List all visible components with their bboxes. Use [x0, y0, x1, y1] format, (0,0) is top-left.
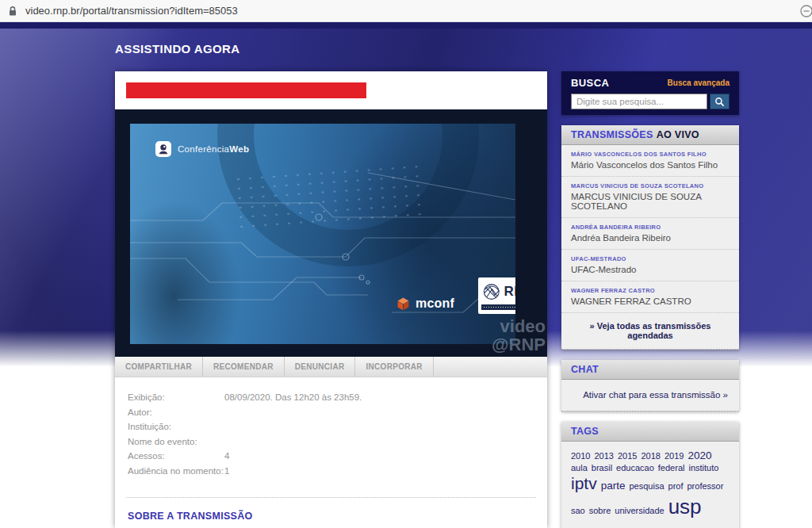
- live-transmission-item[interactable]: UFAC-MESTRADO UFAC-Mestrado: [561, 250, 739, 281]
- tag-link[interactable]: sao: [571, 506, 585, 515]
- search-title: BUSCA: [571, 77, 609, 89]
- tag-link[interactable]: pesquisa: [629, 481, 664, 491]
- action-button[interactable]: DENUNCIAR: [285, 357, 356, 377]
- tag-link[interactable]: 2010: [571, 451, 590, 461]
- live-transmissions-list: MÁRIO VASCONCELOS DOS SANTOS FILHO Mário…: [561, 145, 739, 313]
- search-input[interactable]: [571, 94, 707, 109]
- metadata-label: Instituição:: [128, 419, 224, 434]
- tag-link[interactable]: 2015: [618, 451, 637, 461]
- metadata-label: Audiência no momento:: [128, 464, 224, 479]
- chat-header: CHAT: [561, 360, 739, 380]
- main-content-panel: ConferênciaWeb mconf: [115, 71, 547, 528]
- conferenciaweb-logo: ConferênciaWeb: [155, 141, 249, 157]
- lock-icon: [7, 5, 18, 17]
- live-item-name: WAGNER FERRAZ CASTRO: [571, 297, 730, 306]
- chat-panel: CHAT Ativar chat para essa transmissão »: [561, 360, 739, 411]
- mconf-cube-icon: [396, 297, 410, 311]
- rnp-globe-icon: [481, 280, 502, 304]
- tag-link[interactable]: 2019: [665, 451, 684, 461]
- action-button[interactable]: COMPARTILHAR: [115, 357, 203, 377]
- metadata-value: 08/09/2020. Das 12h20 às 23h59.: [224, 390, 362, 405]
- live-item-name: MARCUS VINICIUS DE SOUZA SCOTELANO: [571, 192, 730, 211]
- metadata-value: 4: [224, 449, 229, 464]
- conferenciaweb-icon: [155, 141, 171, 157]
- page: ASSISTINDO AGORA: [0, 29, 812, 528]
- mconf-label: mconf: [416, 297, 454, 311]
- live-item-caps: MÁRIO VASCONCELOS DOS SANTOS FILHO: [571, 151, 730, 158]
- metadata-row: Nome do evento:: [128, 434, 547, 450]
- tag-link[interactable]: parte: [601, 480, 626, 492]
- tag-link[interactable]: aula: [571, 463, 588, 473]
- rnp-tagline-strip: [481, 304, 515, 310]
- tag-cloud: 2010 2013 2015 2018 2019 2020 aula brasi…: [561, 442, 739, 528]
- activate-chat-link[interactable]: Ativar chat para essa transmissão »: [561, 380, 739, 411]
- mconf-logo: mconf: [396, 297, 454, 311]
- metadata-label: Exibição:: [128, 390, 224, 405]
- tag-link[interactable]: instituto: [688, 463, 718, 473]
- live-item-caps: WAGNER FERRAZ CASTRO: [571, 287, 730, 294]
- tag-link[interactable]: professor: [687, 481, 723, 491]
- search-box: BUSCA Busca avançada: [561, 71, 739, 115]
- tag-link[interactable]: 2018: [641, 451, 660, 461]
- zoom-out-icon[interactable]: [796, 4, 812, 18]
- search-icon: [714, 97, 725, 107]
- metadata-label: Autor:: [128, 405, 224, 420]
- site-top-strip: [0, 22, 812, 29]
- browser-address-bar: video.rnp.br/portal/transmission?idItem=…: [0, 0, 812, 22]
- live-item-name: UFAC-Mestrado: [571, 265, 730, 274]
- tag-link[interactable]: 2013: [594, 451, 613, 461]
- live-transmissions-panel: TRANSMISSÕESAO VIVO MÁRIO VASCONCELOS DO…: [561, 125, 739, 350]
- metadata-row: Autor:: [128, 405, 547, 420]
- about-section-title: SOBRE A TRANSMISSÃO: [128, 511, 547, 522]
- live-item-name: Mário Vasconcelos dos Santos Filho: [571, 160, 730, 170]
- metadata-label: Nome do evento:: [128, 434, 224, 450]
- live-transmission-item[interactable]: MÁRIO VASCONCELOS DOS SANTOS FILHO Mário…: [561, 145, 739, 177]
- live-item-caps: ANDRÉA BANDEIRA RIBEIRO: [571, 224, 730, 231]
- url-text[interactable]: video.rnp.br/portal/transmission?idItem=…: [25, 5, 238, 17]
- action-button[interactable]: INCORPORAR: [355, 357, 433, 377]
- live-transmissions-header: TRANSMISSÕESAO VIVO: [561, 125, 739, 145]
- tag-link[interactable]: 2020: [688, 450, 711, 461]
- rnp-logo: RNP: [478, 277, 515, 314]
- tag-link[interactable]: educacao: [616, 463, 654, 473]
- live-item-caps: UFAC-MESTRADO: [571, 255, 730, 262]
- section-divider: [126, 497, 536, 498]
- live-transmission-item[interactable]: ANDRÉA BANDEIRA RIBEIRO Andréa Bandeira …: [561, 218, 739, 250]
- advanced-search-link[interactable]: Busca avançada: [668, 78, 730, 87]
- live-item-caps: MARCUS VINICIUS DE SOUZA SCOTELANO: [571, 182, 730, 189]
- sidebar: BUSCA Busca avançada TRANSMISSÕESAO VIVO: [561, 71, 739, 528]
- metadata-row: Acessos: 4: [128, 449, 547, 464]
- tag-link[interactable]: federal: [658, 463, 685, 473]
- tag-link[interactable]: sobre: [589, 506, 611, 515]
- live-transmission-item[interactable]: WAGNER FERRAZ CASTRO WAGNER FERRAZ CASTR…: [561, 281, 739, 313]
- live-item-name: Andréa Bandeira Ribeiro: [571, 233, 730, 243]
- tag-link[interactable]: brasil: [592, 463, 612, 473]
- metadata-label: Acessos:: [128, 449, 224, 464]
- tag-link[interactable]: prof: [668, 481, 684, 491]
- video-player[interactable]: ConferênciaWeb mconf: [115, 109, 547, 357]
- metadata-row: Exibição: 08/09/2020. Das 12h20 às 23h59…: [128, 390, 547, 405]
- metadata-row: Audiência no momento: 1: [128, 464, 547, 479]
- conferenciaweb-label: ConferênciaWeb: [178, 144, 249, 154]
- tags-panel: TAGS 2010 2013 2015 2018 2019 2020 aula: [561, 422, 739, 528]
- transmission-title-redacted-bar: [126, 82, 366, 98]
- see-all-transmissions-link[interactable]: » Veja todas as transmissões agendadas: [561, 313, 739, 349]
- tag-link[interactable]: universidade: [615, 506, 664, 515]
- tags-header: TAGS: [561, 422, 739, 442]
- metadata-row: Instituição:: [128, 419, 547, 434]
- action-button[interactable]: RECOMENDAR: [203, 357, 285, 377]
- video-frame: ConferênciaWeb mconf: [130, 124, 515, 344]
- metadata-value: 1: [224, 464, 229, 479]
- transmission-metadata: Exibição: 08/09/2020. Das 12h20 às 23h59…: [115, 377, 547, 478]
- page-title: ASSISTINDO AGORA: [115, 42, 240, 55]
- rnp-label: RNP: [504, 284, 515, 300]
- action-buttons-bar: COMPARTILHAR RECOMENDAR DENUNCIAR INCORP…: [115, 357, 547, 377]
- tag-link[interactable]: usp: [668, 495, 702, 519]
- live-transmission-item[interactable]: MARCUS VINICIUS DE SOUZA SCOTELANO MARCU…: [561, 177, 739, 218]
- search-button[interactable]: [710, 94, 730, 109]
- video-rnp-watermark: video @RNP: [492, 317, 546, 354]
- tag-link[interactable]: iptv: [571, 474, 597, 493]
